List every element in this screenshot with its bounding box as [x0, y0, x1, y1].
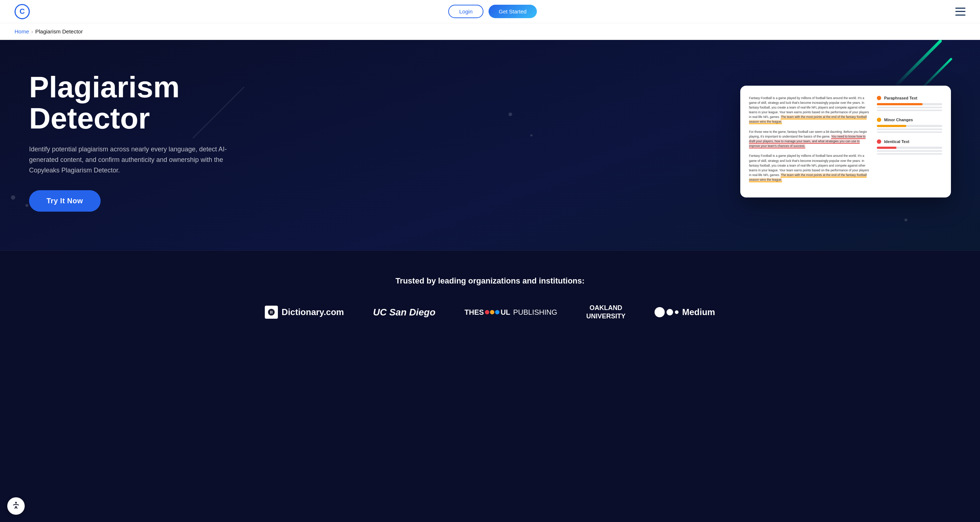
trusted-title: Trusted by leading organizations and ins… — [29, 276, 951, 286]
dictionary-name: Dictionary.com — [282, 307, 344, 317]
medium-name: Medium — [682, 307, 715, 317]
logo-dictionary: Dictionary.com — [265, 306, 344, 319]
preview-paragraph-2: For those new to the game, fantasy footb… — [749, 130, 870, 149]
dot-decoration-5 — [904, 219, 907, 221]
minor-changes-dot — [877, 117, 881, 122]
hero-subtitle: Identify potential plagiarism across nea… — [29, 144, 240, 175]
minor-changes-label: Minor Changes — [884, 117, 913, 122]
preview-text: Fantasy Football is a game played by mil… — [749, 96, 870, 188]
dictionary-icon — [265, 306, 278, 319]
navbar-actions: Login Get Started — [448, 5, 536, 18]
trusted-section: Trusted by leading organizations and ins… — [0, 251, 980, 354]
identical-dot — [877, 140, 881, 144]
preview-paragraph-3: Fantasy Football is a game played by mil… — [749, 154, 870, 182]
logo-uc-san-diego: UC San Diego — [373, 307, 436, 318]
logo: C — [14, 4, 30, 19]
hero-preview: Fantasy Football is a game played by mil… — [740, 86, 951, 198]
breadcrumb-separator: › — [31, 28, 33, 35]
thesoul-colors — [485, 310, 500, 314]
logo-thesoul: THES UL PUBLISHING — [465, 308, 557, 317]
paraphrased-label: Paraphrased Text — [884, 96, 918, 100]
dot-decoration-4 — [530, 134, 533, 136]
preview-card: Fantasy Football is a game played by mil… — [740, 86, 951, 198]
hamburger-menu[interactable] — [955, 8, 966, 16]
navbar: C Login Get Started — [0, 0, 980, 23]
hero-section: Plagiarism Detector Identify potential p… — [0, 40, 980, 251]
legend-minor-changes: Minor Changes — [877, 117, 942, 133]
login-button[interactable]: Login — [448, 5, 484, 18]
dot-decoration-1 — [11, 195, 15, 200]
preview-paragraph-1: Fantasy Football is a game played by mil… — [749, 96, 870, 124]
get-started-button[interactable]: Get Started — [488, 5, 537, 18]
medium-icon — [655, 307, 679, 317]
uc-name: UC San Diego — [373, 307, 436, 318]
try-it-now-button[interactable]: Try It Now — [29, 190, 100, 212]
logo-oakland: OAKLANDUNIVERSITY — [586, 304, 625, 321]
breadcrumb-home[interactable]: Home — [14, 28, 29, 35]
preview-legend: Paraphrased Text Minor Changes — [877, 96, 942, 188]
oakland-name: OAKLANDUNIVERSITY — [586, 304, 625, 321]
thesoul-publishing: PUBLISHING — [513, 308, 557, 317]
trusted-logos: Dictionary.com UC San Diego THES UL PUBL… — [29, 304, 951, 321]
dot-decoration-2 — [25, 204, 28, 207]
logo-medium: Medium — [655, 307, 715, 317]
legend-identical: Identical Text — [877, 140, 942, 155]
legend-paraphrased: Paraphrased Text — [877, 96, 942, 111]
thesoul-text-2: UL — [501, 308, 510, 317]
breadcrumb: Home › Plagiarism Detector — [0, 23, 980, 40]
thesoul-text-1: THES — [465, 308, 484, 317]
identical-label: Identical Text — [884, 140, 909, 144]
hero-content: Plagiarism Detector Identify potential p… — [29, 71, 240, 212]
hero-title: Plagiarism Detector — [29, 71, 240, 134]
breadcrumb-current: Plagiarism Detector — [35, 28, 83, 35]
logo-icon: C — [14, 4, 30, 19]
paraphrased-dot — [877, 96, 881, 100]
dot-decoration-3 — [509, 113, 512, 116]
